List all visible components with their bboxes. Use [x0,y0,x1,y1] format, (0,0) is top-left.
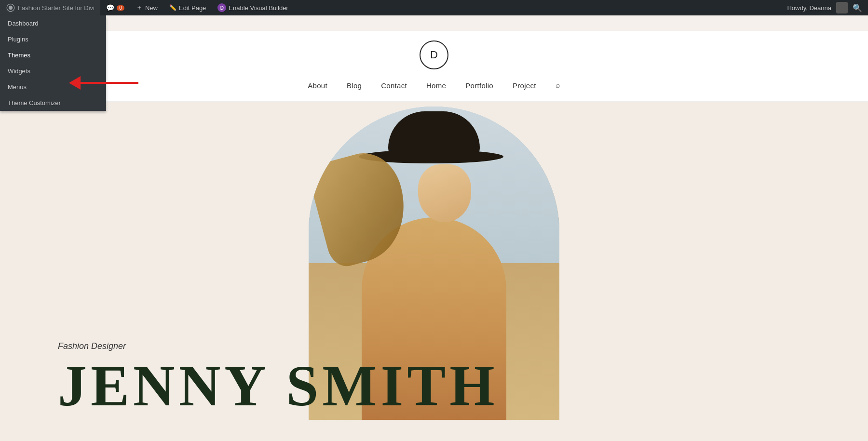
nav-item-portfolio[interactable]: Portfolio [465,81,493,90]
divi-icon: D [217,3,226,12]
nav-search-icon[interactable]: ⌕ [556,81,560,90]
dropdown-item-dashboard[interactable]: Dashboard [0,15,106,31]
comments-menu[interactable]: 💬 0 [100,0,130,15]
dropdown-item-plugins[interactable]: Plugins [0,31,106,47]
nav-item-about[interactable]: About [308,81,327,90]
wp-logo-menu[interactable]: Fashion Starter Site for Divi [0,0,100,15]
hero-section: Fashion Designer JENNY SMITH [0,102,868,441]
arrow-line [81,82,138,84]
edit-page-label: Edit Page [179,4,206,12]
admin-bar: Fashion Starter Site for Divi 💬 0 ＋ New … [0,0,868,15]
dropdown-item-themes[interactable]: Themes [0,47,106,63]
hero-text: Fashion Designer JENNY SMITH [58,341,499,415]
nav-item-project[interactable]: Project [513,81,536,90]
dropdown-item-theme-customizer[interactable]: Theme Customizer [0,95,106,111]
user-avatar[interactable] [836,2,848,13]
comment-icon: 💬 [106,4,114,12]
site-header: D About Blog Contact Home Portfolio Proj… [0,31,868,102]
new-menu[interactable]: ＋ New [130,0,163,15]
admin-bar-left: Fashion Starter Site for Divi 💬 0 ＋ New … [0,0,781,15]
plus-icon: ＋ [136,3,143,12]
nav-item-home[interactable]: Home [426,81,446,90]
howdy-label: Howdy, Deanna [787,4,831,12]
site-logo: D [420,40,448,69]
wp-logo-icon [6,3,15,13]
wp-site-name: Fashion Starter Site for Divi [18,4,95,12]
pencil-icon: ✏️ [169,4,176,11]
logo-letter: D [430,49,438,61]
enable-builder-button[interactable]: D Enable Visual Builder [212,0,294,15]
nav-item-blog[interactable]: Blog [347,81,362,90]
nav-item-contact[interactable]: Contact [381,81,407,90]
enable-builder-label: Enable Visual Builder [229,4,288,12]
red-arrow-annotation [70,76,138,90]
arrow-head [69,76,81,90]
hero-subtitle: Fashion Designer [58,341,499,351]
hero-title: JENNY SMITH [58,357,499,415]
edit-page-button[interactable]: ✏️ Edit Page [163,0,212,15]
search-icon[interactable]: 🔍 [853,3,862,13]
appearance-dropdown: Dashboard Plugins Themes Widgets Menus T… [0,15,106,111]
comment-count: 0 [117,5,124,11]
new-label: New [145,4,158,12]
admin-bar-right: Howdy, Deanna 🔍 [781,2,868,13]
